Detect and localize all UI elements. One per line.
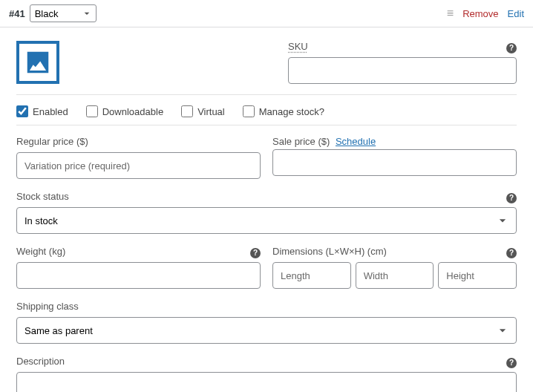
sale-price-col: Sale price ($) Schedule [272,136,517,179]
stock-status-block: Stock status ? In stock [16,191,517,234]
edit-link[interactable]: Edit [508,8,524,19]
downloadable-input[interactable] [86,105,98,117]
description-label: Description [16,356,65,367]
attribute-select[interactable]: Black [30,4,97,22]
variation-content: SKU ? Enabled Downloadable Virtual Manag… [0,27,533,392]
weight-dim-row: Weight (kg) ? Dimensions (L×W×H) (cm) ? [16,246,517,289]
help-icon[interactable]: ? [506,358,517,368]
divider [16,125,517,125]
pricing-row: Regular price ($) Sale price ($) Schedul… [16,136,517,179]
image-placeholder-icon [24,48,52,76]
downloadable-label: Downloadable [102,106,163,117]
dimensions-col: Dimensions (L×W×H) (cm) ? [272,246,517,289]
manage-stock-input[interactable] [243,105,255,117]
downloadable-checkbox[interactable]: Downloadable [86,105,163,117]
width-field[interactable] [356,262,434,289]
regular-price-label: Regular price ($) [16,136,88,147]
regular-price-field[interactable] [16,152,261,179]
height-field[interactable] [438,262,517,289]
stock-status-label: Stock status [16,191,69,202]
header-left: #41 Black [9,4,97,22]
drag-handle-icon[interactable]: ≡ [447,7,454,20]
help-icon[interactable]: ? [506,248,517,258]
sale-price-label: Sale price ($) [272,136,330,147]
weight-field[interactable] [16,262,261,289]
stock-status-select[interactable]: In stock [16,207,517,234]
shipping-class-select[interactable]: Same as parent [16,317,517,344]
dimensions-label: Dimensions (L×W×H) (cm) [272,246,387,257]
enabled-checkbox[interactable]: Enabled [16,105,68,117]
enabled-label: Enabled [33,106,68,117]
virtual-checkbox[interactable]: Virtual [181,105,225,117]
variation-id: #41 [9,8,25,19]
manage-stock-label: Manage stock? [259,106,324,117]
checkboxes-row: Enabled Downloadable Virtual Manage stoc… [16,105,517,117]
help-icon[interactable]: ? [506,193,517,203]
sku-column: SKU ? [288,41,517,84]
variation-header: #41 Black ≡ Remove Edit [0,0,533,27]
sale-price-field[interactable] [272,149,517,176]
manage-stock-checkbox[interactable]: Manage stock? [243,105,324,117]
sku-field[interactable] [288,57,517,84]
top-row: SKU ? [16,41,517,84]
help-icon[interactable]: ? [506,43,517,53]
weight-label: Weight (kg) [16,246,65,257]
regular-price-col: Regular price ($) [16,136,261,179]
image-column [16,41,276,84]
header-right: ≡ Remove Edit [447,7,524,20]
shipping-class-block: Shipping class Same as parent [16,301,517,344]
variation-image-placeholder[interactable] [16,41,59,84]
description-block: Description ? [16,356,517,392]
length-field[interactable] [272,262,351,289]
weight-col: Weight (kg) ? [16,246,261,289]
remove-link[interactable]: Remove [462,8,498,19]
dimensions-inputs [272,262,517,289]
virtual-label: Virtual [197,106,225,117]
virtual-input[interactable] [181,105,193,117]
enabled-input[interactable] [16,105,28,117]
shipping-class-label: Shipping class [16,301,79,312]
divider [16,94,517,95]
schedule-link[interactable]: Schedule [336,136,376,147]
sku-label: SKU [288,41,308,52]
help-icon[interactable]: ? [250,248,261,258]
description-field[interactable] [16,372,517,392]
